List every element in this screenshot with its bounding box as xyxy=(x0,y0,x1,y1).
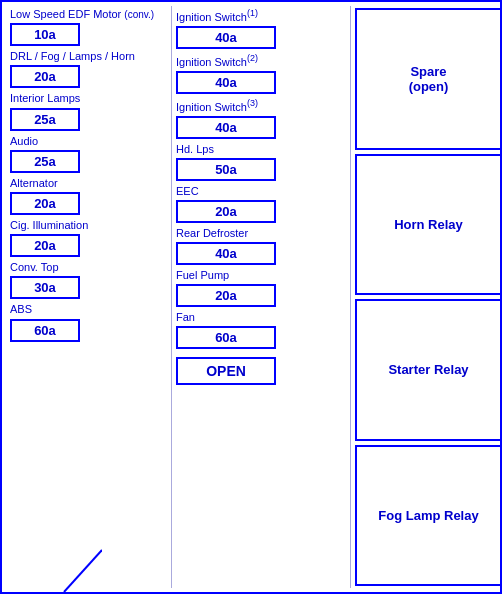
fuse-abs-value: 60a xyxy=(10,319,80,342)
fuse-hd-lps-value: 50a xyxy=(176,158,276,181)
fuse-interior-lamps-label: Interior Lamps xyxy=(10,92,80,105)
fuse-conv-top-value: 30a xyxy=(10,276,80,299)
fuse-cig-illumination-value: 20a xyxy=(10,234,80,257)
relay-fog-lamp: Fog Lamp Relay xyxy=(355,445,502,587)
fuse-drl-fog-value: 20a xyxy=(10,65,80,88)
fuse-hd-lps: Hd. Lps 50a xyxy=(176,143,346,181)
fuse-ignition-3-value: 40a xyxy=(176,116,276,139)
fuse-eec-label: EEC xyxy=(176,185,199,198)
fuse-fan-value: 60a xyxy=(176,326,276,349)
fuse-abs: ABS 60a xyxy=(10,303,167,341)
fuse-ignition-3-sup: (3) xyxy=(247,98,258,108)
fuse-fuel-pump-label: Fuel Pump xyxy=(176,269,229,282)
fuse-alternator-label: Alternator xyxy=(10,177,58,190)
fuse-ignition-3-label: Ignition Switch xyxy=(176,100,247,112)
fuse-ignition-1: Ignition Switch(1) 40a xyxy=(176,8,346,49)
fuse-conv-top-label: Conv. Top xyxy=(10,261,59,274)
fuse-rear-defroster: Rear Defroster 40a xyxy=(176,227,346,265)
fuse-cig-illumination: Cig. Illumination 20a xyxy=(10,219,167,257)
relay-fog-lamp-label: Fog Lamp Relay xyxy=(378,508,478,523)
fuse-open: OPEN xyxy=(176,353,346,385)
fuse-ignition-2-sup: (2) xyxy=(247,53,258,63)
fuse-eec: EEC 20a xyxy=(176,185,346,223)
fuse-open-value: OPEN xyxy=(176,357,276,385)
fuse-low-speed-edf-label: Low Speed EDF Motor xyxy=(10,8,121,20)
fuse-ignition-2-value: 40a xyxy=(176,71,276,94)
fuse-fuel-pump-value: 20a xyxy=(176,284,276,307)
fuse-audio-value: 25a xyxy=(10,150,80,173)
relay-horn-label: Horn Relay xyxy=(394,217,463,232)
relay-starter: Starter Relay xyxy=(355,299,502,441)
fuse-fan: Fan 60a xyxy=(176,311,346,349)
fuse-conv-top: Conv. Top 30a xyxy=(10,261,167,299)
fuse-rear-defroster-value: 40a xyxy=(176,242,276,265)
fuse-interior-lamps: Interior Lamps 25a xyxy=(10,92,167,130)
fuse-low-speed-edf-note: (conv.) xyxy=(124,9,154,20)
fuse-rear-defroster-label: Rear Defroster xyxy=(176,227,248,240)
fuse-low-speed-edf-value: 10a xyxy=(10,23,80,46)
relay-spare-label: Spare(open) xyxy=(409,64,449,94)
fuse-drl-fog-label: DRL / Fog / Lamps / Horn xyxy=(10,50,135,63)
fuse-diagram: Low Speed EDF Motor (conv.) 10a DRL / Fo… xyxy=(0,0,502,594)
fuse-ignition-1-value: 40a xyxy=(176,26,276,49)
relay-spare: Spare(open) xyxy=(355,8,502,150)
left-column: Low Speed EDF Motor (conv.) 10a DRL / Fo… xyxy=(6,6,171,588)
fuse-ignition-1-label: Ignition Switch xyxy=(176,11,247,23)
fuse-audio: Audio 25a xyxy=(10,135,167,173)
middle-column: Ignition Switch(1) 40a Ignition Switch(2… xyxy=(171,6,351,588)
fuse-drl-fog: DRL / Fog / Lamps / Horn 20a xyxy=(10,50,167,88)
fuse-fan-label: Fan xyxy=(176,311,195,324)
fuse-ignition-2-label: Ignition Switch xyxy=(176,56,247,68)
fuse-alternator: Alternator 20a xyxy=(10,177,167,215)
fuse-eec-value: 20a xyxy=(176,200,276,223)
fuse-hd-lps-label: Hd. Lps xyxy=(176,143,214,156)
fuse-audio-label: Audio xyxy=(10,135,38,148)
fuse-abs-label: ABS xyxy=(10,303,32,316)
fuse-cig-illumination-label: Cig. Illumination xyxy=(10,219,88,232)
fuse-interior-lamps-value: 25a xyxy=(10,108,80,131)
fuse-fuel-pump: Fuel Pump 20a xyxy=(176,269,346,307)
fuse-ignition-3: Ignition Switch(3) 40a xyxy=(176,98,346,139)
fuse-alternator-value: 20a xyxy=(10,192,80,215)
fuse-low-speed-edf: Low Speed EDF Motor (conv.) 10a xyxy=(10,8,167,46)
fuse-ignition-1-sup: (1) xyxy=(247,8,258,18)
fuse-ignition-2: Ignition Switch(2) 40a xyxy=(176,53,346,94)
right-column: Spare(open) Horn Relay Starter Relay Fog… xyxy=(351,6,502,588)
relay-starter-label: Starter Relay xyxy=(388,362,468,377)
relay-horn: Horn Relay xyxy=(355,154,502,296)
